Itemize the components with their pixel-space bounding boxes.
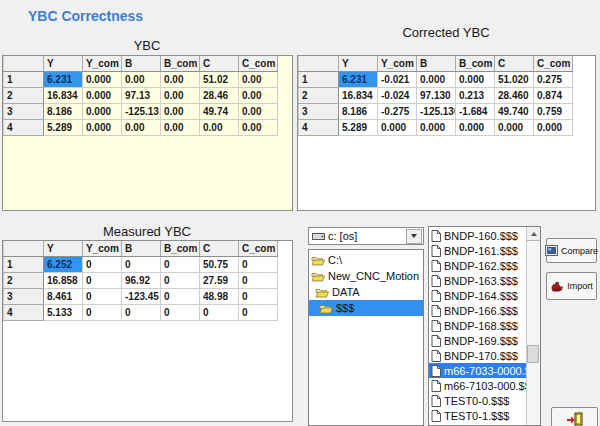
row-header-cell[interactable]: 3	[4, 104, 44, 120]
data-cell[interactable]: 0	[239, 305, 278, 321]
data-cell[interactable]: 0.213	[456, 88, 495, 104]
data-cell[interactable]: 0.00	[161, 88, 200, 104]
data-cell[interactable]: -1.684	[456, 104, 495, 120]
row-header-cell[interactable]: 1	[299, 72, 339, 88]
file-item[interactable]: BNDP-162.$$$	[429, 258, 527, 273]
data-cell[interactable]: 0.00	[161, 72, 200, 88]
data-cell[interactable]: 0.00	[161, 120, 200, 136]
folder-item[interactable]: DATA	[309, 284, 423, 300]
data-cell[interactable]: 0.00	[161, 104, 200, 120]
row-header-cell[interactable]: 3	[4, 289, 44, 305]
data-cell[interactable]: 0	[83, 257, 122, 273]
file-item[interactable]: BNDP-168.$$$	[429, 318, 527, 333]
data-cell[interactable]: 6.252	[44, 257, 83, 273]
exit-button[interactable]	[551, 407, 598, 426]
data-cell[interactable]: 0.00	[239, 72, 278, 88]
data-cell[interactable]: 50.75	[200, 257, 239, 273]
row-header-cell[interactable]: 1	[4, 72, 44, 88]
data-cell[interactable]: 0.00	[122, 120, 161, 136]
data-cell[interactable]: 8.461	[44, 289, 83, 305]
data-cell[interactable]: 27.59	[200, 273, 239, 289]
data-cell[interactable]: 51.02	[200, 72, 239, 88]
folder-item[interactable]: C:\	[309, 252, 423, 268]
file-item[interactable]: BNDP-166.$$$	[429, 303, 527, 318]
data-cell[interactable]: 8.186	[339, 104, 378, 120]
file-item[interactable]: BNDP-170.$$$	[429, 348, 527, 363]
data-cell[interactable]: -125.13	[122, 104, 161, 120]
data-cell[interactable]: 0	[200, 305, 239, 321]
folder-item[interactable]: New_CNC_Motion ·	[309, 268, 423, 284]
data-cell[interactable]: 0.874	[534, 88, 573, 104]
data-cell[interactable]: -0.275	[378, 104, 417, 120]
data-cell[interactable]: 16.858	[44, 273, 83, 289]
data-cell[interactable]: 0	[83, 273, 122, 289]
data-cell[interactable]: 5.289	[44, 120, 83, 136]
data-cell[interactable]: 0	[161, 305, 200, 321]
data-cell[interactable]: 0.759	[534, 104, 573, 120]
file-list-scrollbar[interactable]	[526, 227, 540, 425]
data-cell[interactable]: 28.46	[200, 88, 239, 104]
data-cell[interactable]: 16.834	[44, 88, 83, 104]
data-cell[interactable]: 0.000	[83, 104, 122, 120]
dropdown-arrow-icon[interactable]	[406, 229, 422, 244]
file-item[interactable]: BNDP-163.$$$	[429, 273, 527, 288]
file-item[interactable]: m66-7103-000.$$$	[429, 378, 527, 393]
data-cell[interactable]: 0.000	[83, 88, 122, 104]
file-item[interactable]: BNDP-161.$$$	[429, 243, 527, 258]
data-cell[interactable]: 48.98	[200, 289, 239, 305]
scrollbar-thumb[interactable]	[527, 345, 539, 363]
data-cell[interactable]: 49.740	[495, 104, 534, 120]
data-cell[interactable]: 0	[239, 289, 278, 305]
drive-selector[interactable]: c: [os]	[308, 227, 424, 245]
data-cell[interactable]: 0.00	[239, 104, 278, 120]
data-cell[interactable]: 0.000	[495, 120, 534, 136]
data-cell[interactable]: 28.460	[495, 88, 534, 104]
compare-button[interactable]: Compare	[546, 238, 597, 263]
data-cell[interactable]: 97.13	[122, 88, 161, 104]
data-cell[interactable]: 16.834	[339, 88, 378, 104]
data-cell[interactable]: 0	[239, 257, 278, 273]
data-cell[interactable]: 0.00	[122, 72, 161, 88]
folder-item[interactable]: $$$	[309, 300, 423, 316]
data-cell[interactable]: 5.133	[44, 305, 83, 321]
row-header-cell[interactable]: 2	[4, 88, 44, 104]
data-cell[interactable]: 0.000	[378, 120, 417, 136]
data-cell[interactable]: 0	[161, 273, 200, 289]
data-cell[interactable]: 0	[161, 289, 200, 305]
data-cell[interactable]: 0.00	[239, 120, 278, 136]
data-cell[interactable]: 0.000	[83, 120, 122, 136]
data-cell[interactable]: 5.289	[339, 120, 378, 136]
data-cell[interactable]: -123.45	[122, 289, 161, 305]
data-cell[interactable]: 6.231	[44, 72, 83, 88]
row-header-cell[interactable]: 4	[4, 120, 44, 136]
data-cell[interactable]: 0.000	[456, 120, 495, 136]
row-header-cell[interactable]: 4	[4, 305, 44, 321]
row-header-cell[interactable]: 1	[4, 257, 44, 273]
file-item[interactable]: TEST0-1.$$$	[429, 408, 527, 423]
data-cell[interactable]: 0.000	[417, 120, 456, 136]
data-cell[interactable]: 0	[122, 257, 161, 273]
data-cell[interactable]: -0.021	[378, 72, 417, 88]
row-header-cell[interactable]: 4	[299, 120, 339, 136]
data-cell[interactable]: 0	[83, 305, 122, 321]
data-cell[interactable]: 97.130	[417, 88, 456, 104]
data-cell[interactable]: 0	[122, 305, 161, 321]
data-cell[interactable]: 0.00	[239, 88, 278, 104]
data-cell[interactable]: 0	[239, 273, 278, 289]
data-cell[interactable]: 6.231	[339, 72, 378, 88]
data-cell[interactable]: 0.000	[417, 72, 456, 88]
data-cell[interactable]: 0	[83, 289, 122, 305]
row-header-cell[interactable]: 3	[299, 104, 339, 120]
import-button[interactable]: Import	[546, 272, 597, 300]
data-cell[interactable]: 49.74	[200, 104, 239, 120]
data-cell[interactable]: 0.00	[200, 120, 239, 136]
data-cell[interactable]: 96.92	[122, 273, 161, 289]
data-cell[interactable]: -125.130	[417, 104, 456, 120]
data-cell[interactable]: 0.000	[534, 120, 573, 136]
data-cell[interactable]: -0.024	[378, 88, 417, 104]
data-cell[interactable]: 8.186	[44, 104, 83, 120]
scroll-up-button[interactable]	[527, 227, 540, 241]
row-header-cell[interactable]: 2	[4, 273, 44, 289]
file-item[interactable]: BNDP-169.$$$	[429, 333, 527, 348]
file-item[interactable]: BNDP-160.$$$	[429, 228, 527, 243]
